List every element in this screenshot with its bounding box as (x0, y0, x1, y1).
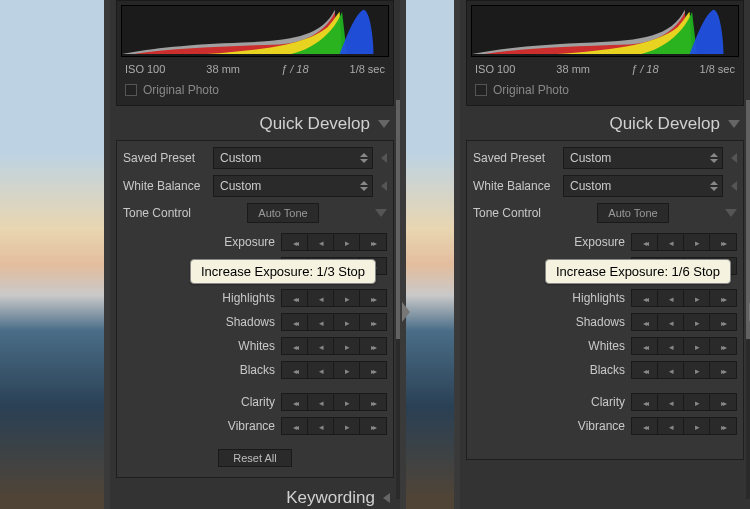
increase-button[interactable] (334, 234, 360, 250)
vibrance-stepper[interactable] (281, 417, 387, 435)
white-balance-combo[interactable]: Custom (563, 175, 723, 197)
white-balance-combo[interactable]: Custom (213, 175, 373, 197)
increase-button[interactable] (334, 290, 360, 306)
auto-tone-button[interactable]: Auto Tone (597, 203, 668, 223)
decrease-large-button[interactable] (632, 418, 658, 434)
decrease-large-button[interactable] (282, 394, 308, 410)
decrease-large-button[interactable] (282, 314, 308, 330)
increase-button[interactable] (334, 394, 360, 410)
increase-large-button[interactable] (360, 362, 386, 378)
increase-large-button[interactable] (360, 338, 386, 354)
increase-large-button[interactable] (710, 290, 736, 306)
increase-large-button[interactable] (360, 314, 386, 330)
decrease-large-button[interactable] (282, 338, 308, 354)
decrease-button[interactable] (658, 338, 684, 354)
decrease-button[interactable] (658, 418, 684, 434)
white-balance-label: White Balance (123, 179, 209, 193)
saved-preset-combo[interactable]: Custom (213, 147, 373, 169)
keywording-header[interactable]: Keywording (110, 478, 400, 509)
vibrance-stepper[interactable] (631, 417, 737, 435)
original-photo-checkbox[interactable] (125, 84, 137, 96)
collapse-icon[interactable] (731, 181, 737, 191)
decrease-large-button[interactable] (632, 362, 658, 378)
decrease-button[interactable] (658, 362, 684, 378)
clarity-stepper[interactable] (281, 393, 387, 411)
saved-preset-combo[interactable]: Custom (563, 147, 723, 169)
chevron-down-icon[interactable] (375, 209, 387, 217)
decrease-button[interactable] (308, 394, 334, 410)
increase-button[interactable] (334, 418, 360, 434)
reset-all-button[interactable]: Reset All (218, 449, 291, 467)
increase-button[interactable] (334, 362, 360, 378)
quick-develop-header[interactable]: Quick Develop (460, 106, 750, 140)
decrease-large-button[interactable] (632, 338, 658, 354)
decrease-button[interactable] (658, 234, 684, 250)
chevron-left-icon (383, 493, 390, 503)
decrease-large-button[interactable] (282, 234, 308, 250)
decrease-button[interactable] (308, 290, 334, 306)
increase-button[interactable] (684, 290, 710, 306)
highlights-stepper[interactable] (631, 289, 737, 307)
collapse-icon[interactable] (381, 181, 387, 191)
increase-large-button[interactable] (710, 394, 736, 410)
histogram[interactable] (121, 5, 389, 57)
decrease-button[interactable] (308, 418, 334, 434)
decrease-large-button[interactable] (632, 314, 658, 330)
scrollbar[interactable] (396, 100, 400, 499)
increase-button[interactable] (684, 338, 710, 354)
histogram-panel: ISO 100 38 mm ƒ / 18 1/8 sec Original Ph… (466, 0, 744, 106)
scrollbar[interactable] (746, 100, 750, 499)
histogram[interactable] (471, 5, 739, 57)
shadows-stepper[interactable] (631, 313, 737, 331)
quick-develop-panel-right: ISO 100 38 mm ƒ / 18 1/8 sec Original Ph… (460, 0, 750, 509)
increase-large-button[interactable] (360, 418, 386, 434)
decrease-large-button[interactable] (282, 290, 308, 306)
increase-button[interactable] (684, 362, 710, 378)
clarity-stepper[interactable] (631, 393, 737, 411)
decrease-button[interactable] (308, 234, 334, 250)
highlights-stepper[interactable] (281, 289, 387, 307)
increase-large-button[interactable] (710, 362, 736, 378)
decrease-button[interactable] (658, 314, 684, 330)
whites-label: Whites (555, 339, 625, 353)
increase-large-button[interactable] (710, 314, 736, 330)
decrease-large-button[interactable] (282, 418, 308, 434)
blacks-stepper[interactable] (631, 361, 737, 379)
highlights-label: Highlights (555, 291, 625, 305)
increase-large-button[interactable] (710, 418, 736, 434)
blacks-stepper[interactable] (281, 361, 387, 379)
decrease-button[interactable] (308, 362, 334, 378)
decrease-button[interactable] (308, 314, 334, 330)
decrease-button[interactable] (308, 338, 334, 354)
increase-button[interactable] (684, 394, 710, 410)
increase-large-button[interactable] (360, 234, 386, 250)
original-photo-label: Original Photo (493, 83, 569, 97)
increase-large-button[interactable] (360, 290, 386, 306)
decrease-large-button[interactable] (282, 362, 308, 378)
decrease-large-button[interactable] (632, 290, 658, 306)
shadows-stepper[interactable] (281, 313, 387, 331)
exposure-stepper[interactable] (631, 233, 737, 251)
increase-large-button[interactable] (710, 234, 736, 250)
increase-button[interactable] (684, 234, 710, 250)
decrease-button[interactable] (658, 290, 684, 306)
collapse-icon[interactable] (381, 153, 387, 163)
increase-button[interactable] (334, 314, 360, 330)
increase-large-button[interactable] (360, 394, 386, 410)
auto-tone-button[interactable]: Auto Tone (247, 203, 318, 223)
chevron-down-icon[interactable] (725, 209, 737, 217)
decrease-button[interactable] (658, 394, 684, 410)
quick-develop-header[interactable]: Quick Develop (110, 106, 400, 140)
increase-button[interactable] (334, 338, 360, 354)
original-photo-checkbox[interactable] (475, 84, 487, 96)
increase-button[interactable] (684, 314, 710, 330)
increase-button[interactable] (684, 418, 710, 434)
whites-stepper[interactable] (281, 337, 387, 355)
expand-panel-icon[interactable] (402, 302, 410, 322)
increase-large-button[interactable] (710, 338, 736, 354)
decrease-large-button[interactable] (632, 234, 658, 250)
collapse-icon[interactable] (731, 153, 737, 163)
whites-stepper[interactable] (631, 337, 737, 355)
decrease-large-button[interactable] (632, 394, 658, 410)
exposure-stepper[interactable] (281, 233, 387, 251)
